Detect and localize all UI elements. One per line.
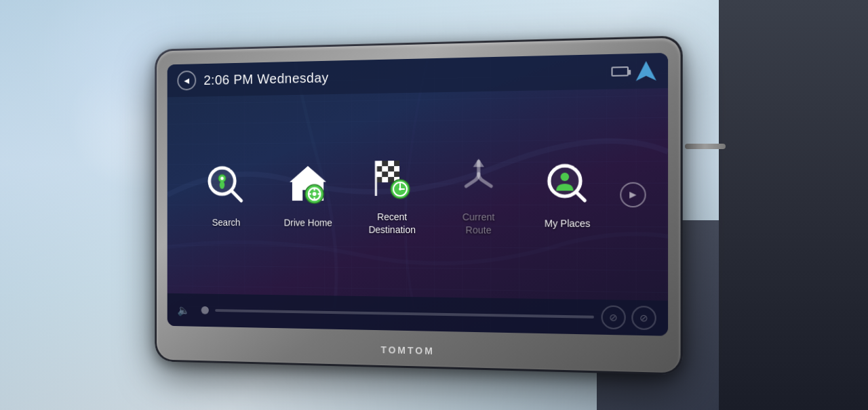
car-interior-panel <box>719 0 868 410</box>
back-button[interactable]: ◄ <box>177 70 196 91</box>
places-icon-container <box>542 159 593 209</box>
header-right <box>611 60 656 81</box>
search-icon-container <box>203 161 250 209</box>
settings-symbol: ⊘ <box>639 312 648 323</box>
menu-item-my-places[interactable]: My Places <box>523 151 613 237</box>
menu-item-recent-destination[interactable]: Recent Destination <box>350 146 435 242</box>
my-places-label: My Places <box>545 217 591 230</box>
menu-item-search[interactable]: Search <box>186 155 267 235</box>
svg-rect-21 <box>388 166 394 171</box>
my-places-icon <box>543 160 591 207</box>
bottom-right-icons: ⊘ ⊘ <box>601 305 656 330</box>
svg-rect-20 <box>382 166 388 171</box>
svg-rect-28 <box>382 177 388 182</box>
home-icon <box>285 162 330 207</box>
svg-rect-16 <box>382 161 388 166</box>
svg-rect-17 <box>388 161 394 166</box>
svg-rect-29 <box>388 177 394 182</box>
gps-direction-icon <box>636 60 656 81</box>
volume-bar[interactable] <box>215 309 594 319</box>
svg-rect-26 <box>394 171 399 177</box>
home-icon-container <box>285 161 332 209</box>
mute-icon[interactable]: ⊘ <box>601 305 626 329</box>
svg-rect-25 <box>388 171 394 177</box>
time-display: 2:06 PM Wednesday <box>203 70 328 87</box>
device-screen: ◄ 2:06 PM Wednesday <box>167 52 668 335</box>
svg-line-40 <box>576 192 585 200</box>
drive-home-label: Drive Home <box>284 217 332 229</box>
svg-marker-37 <box>473 159 484 167</box>
volume-dot <box>201 306 209 314</box>
current-route-icon <box>455 155 502 201</box>
recent-icon-container <box>368 154 416 203</box>
next-arrow-icon: ► <box>627 188 639 201</box>
next-button[interactable]: ► <box>620 182 646 207</box>
recent-destination-icon <box>370 155 415 201</box>
main-menu: Search <box>167 88 668 301</box>
svg-line-2 <box>232 190 241 201</box>
svg-rect-18 <box>394 161 399 166</box>
svg-rect-22 <box>394 166 399 171</box>
volume-icon: 🔈 <box>177 303 190 316</box>
menu-item-drive-home[interactable]: Drive Home <box>267 154 349 236</box>
mute-symbol: ⊘ <box>609 311 618 323</box>
mount-arm <box>685 144 726 149</box>
recent-destination-label: Recent Destination <box>369 211 416 235</box>
search-icon <box>205 163 248 207</box>
gps-device: ◄ 2:06 PM Wednesday <box>155 35 682 375</box>
battery-icon <box>611 66 629 76</box>
back-arrow-icon: ◄ <box>182 75 191 85</box>
svg-rect-24 <box>382 171 388 177</box>
menu-item-current-route[interactable]: Current Route <box>435 146 522 243</box>
search-label: Search <box>212 216 241 228</box>
brand-label: TOMTOM <box>380 344 434 356</box>
settings-icon[interactable]: ⊘ <box>631 306 656 330</box>
current-route-label: Current Route <box>462 211 495 236</box>
route-icon-container <box>454 153 503 203</box>
